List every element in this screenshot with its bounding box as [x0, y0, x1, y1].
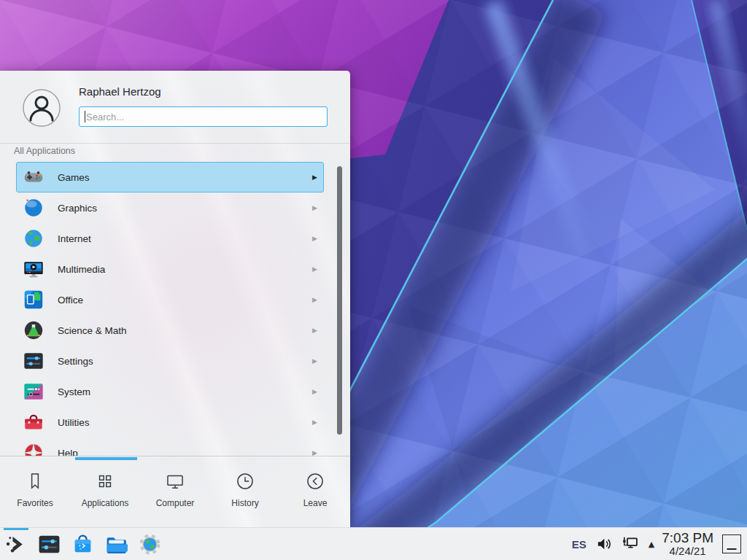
multimedia-monitor-icon	[23, 258, 44, 280]
kde-launcher-icon	[4, 532, 28, 556]
clock-icon	[235, 471, 255, 491]
category-label: Games	[58, 172, 90, 183]
search-input[interactable]	[79, 106, 328, 127]
tab-label: Computer	[156, 498, 195, 508]
tab-applications[interactable]: Applications	[70, 456, 140, 527]
keyboard-layout-indicator[interactable]: ES	[572, 538, 587, 551]
office-document-icon	[23, 289, 44, 311]
category-list: Games ▶ Graphics ▶ Intern	[0, 162, 350, 456]
toolbox-icon	[23, 411, 44, 433]
tray-expand-arrow-icon[interactable]: ▲	[649, 540, 654, 549]
clock-date: 4/24/21	[662, 545, 713, 557]
tab-label: Leave	[303, 498, 328, 508]
category-label: Multimedia	[58, 264, 105, 275]
show-desktop-button[interactable]	[722, 534, 741, 553]
submenu-arrow-icon: ▶	[312, 357, 317, 365]
globe-icon	[23, 228, 44, 249]
desktop: Raphael Hertzog All Applications Games	[0, 0, 747, 560]
submenu-arrow-icon: ▶	[312, 235, 317, 242]
system-settings-task-icon[interactable]	[32, 528, 66, 560]
category-label: Utilities	[58, 417, 90, 428]
submenu-arrow-icon: ▶	[312, 327, 317, 334]
app-launcher-button[interactable]	[0, 528, 32, 560]
category-label: Office	[58, 295, 83, 306]
category-office[interactable]: Office ▶	[16, 284, 324, 315]
tab-label: Favorites	[17, 498, 53, 508]
tab-history[interactable]: History	[210, 456, 280, 527]
search-field-wrap	[79, 106, 328, 127]
discover-store-icon[interactable]	[66, 528, 99, 560]
category-science-math[interactable]: Science & Math ▶	[16, 315, 324, 346]
help-lifering-icon	[23, 442, 44, 456]
category-label: Settings	[58, 356, 93, 367]
category-internet[interactable]: Internet ▶	[16, 223, 324, 254]
science-flask-icon	[23, 319, 44, 341]
submenu-arrow-icon: ▶	[312, 449, 317, 456]
launcher-tab-bar: Favorites Applications Computer	[0, 456, 350, 527]
application-launcher-popup: Raphael Hertzog All Applications Games	[0, 71, 350, 527]
text-caret	[85, 111, 85, 122]
system-tray: ES ▲ 7:03 PM 4/	[572, 531, 747, 557]
section-label: All Applications	[14, 146, 75, 156]
network-icon[interactable]	[621, 534, 640, 553]
tab-label: History	[231, 498, 258, 508]
category-help[interactable]: Help ▶	[16, 438, 324, 456]
category-utilities[interactable]: Utilities ▶	[16, 407, 324, 438]
tab-favorites[interactable]: Favorites	[0, 456, 70, 527]
submenu-arrow-icon: ▶	[312, 204, 317, 211]
category-label: Help	[58, 448, 78, 456]
category-label: Science & Math	[58, 325, 127, 336]
system-icon	[23, 381, 44, 402]
category-system[interactable]: System ▶	[16, 376, 324, 407]
category-settings[interactable]: Settings ▶	[16, 346, 324, 376]
submenu-arrow-icon: ▶	[312, 388, 317, 395]
category-label: System	[58, 386, 90, 397]
monitor-icon	[165, 471, 185, 491]
web-browser-globe-icon[interactable]	[133, 528, 166, 560]
graphics-sphere-icon	[23, 197, 44, 219]
user-name: Raphael Hertzog	[79, 85, 161, 98]
submenu-arrow-icon: ▶	[312, 419, 317, 426]
clock-time: 7:03 PM	[662, 531, 713, 545]
tab-computer[interactable]: Computer	[140, 456, 210, 527]
submenu-arrow-icon: ▶	[312, 174, 317, 181]
grid-icon	[95, 471, 115, 491]
launcher-active-indicator	[4, 528, 28, 530]
submenu-arrow-icon: ▶	[312, 296, 317, 303]
category-label: Graphics	[58, 203, 97, 214]
category-games[interactable]: Games ▶	[16, 162, 324, 192]
leave-back-icon	[305, 471, 325, 491]
bookmark-icon	[25, 471, 45, 491]
active-tab-indicator	[75, 457, 137, 460]
tab-leave[interactable]: Leave	[280, 456, 350, 527]
digital-clock[interactable]: 7:03 PM 4/24/21	[662, 531, 713, 557]
category-label: Internet	[58, 233, 91, 244]
category-graphics[interactable]: Graphics ▶	[16, 192, 324, 223]
file-manager-folder-icon[interactable]	[99, 528, 133, 560]
volume-icon[interactable]	[596, 534, 615, 553]
taskbar-panel: ES ▲ 7:03 PM 4/	[0, 527, 747, 560]
submenu-arrow-icon: ▶	[312, 265, 317, 273]
gamepad-icon	[23, 166, 44, 188]
user-avatar-icon[interactable]	[23, 89, 61, 127]
settings-sliders-icon	[23, 350, 44, 372]
list-scrollbar[interactable]	[337, 166, 342, 435]
tab-label: Applications	[82, 498, 129, 508]
category-multimedia[interactable]: Multimedia ▶	[16, 254, 324, 284]
launcher-header: Raphael Hertzog	[0, 71, 350, 144]
